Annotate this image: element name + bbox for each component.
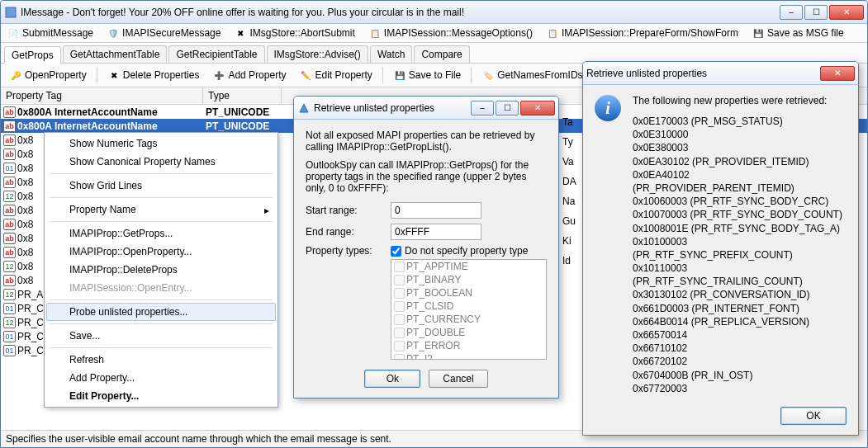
tab-getrecipienttable[interactable]: GetRecipientTable: [168, 45, 264, 63]
edit-icon: ✏️: [299, 68, 312, 82]
abort-icon: ✖: [234, 26, 247, 40]
type-ab-icon: ab: [3, 149, 16, 160]
abort-submit-button[interactable]: ✖IMsgStore::AbortSubmit: [231, 26, 357, 40]
start-range-label: Start range:: [306, 205, 384, 216]
result-line: 0x6704000B (PR_IN_OST): [633, 369, 847, 382]
property-types-listbox[interactable]: PT_APPTIMEPT_BINARYPT_BOOLEANPT_CLSIDPT_…: [391, 259, 547, 360]
openproperty-button[interactable]: 🔑OpenProperty: [4, 66, 92, 84]
type-ab-icon: ab: [3, 219, 16, 230]
dialog1-cancel-button[interactable]: Cancel: [429, 370, 487, 388]
menu-getprops[interactable]: IMAPIProp::GetProps...: [46, 224, 276, 243]
menu-deleteprops[interactable]: IMAPIProp::DeleteProps: [46, 261, 276, 279]
minimize-button[interactable]: –: [780, 5, 803, 20]
property-type-checkbox: [394, 301, 405, 312]
property-type-item[interactable]: PT_APPTIME: [391, 260, 546, 273]
menu-show-numeric-tags[interactable]: Show Numeric Tags: [46, 134, 276, 153]
doc-icon: 📄: [7, 26, 20, 40]
message-options-button[interactable]: 📋IMAPISession::MessageOptions(): [366, 26, 535, 40]
clipped-label: Ty: [562, 136, 576, 148]
property-type-checkbox: [394, 288, 405, 299]
menu-save[interactable]: Save...: [46, 327, 276, 345]
menu-show-canonical[interactable]: Show Canonical Property Names: [46, 153, 276, 171]
submenu-arrow-icon: ▸: [264, 205, 269, 216]
result-line: 0x30130102 (PR_CONVERSATION_ID): [633, 288, 847, 301]
dialog2-header: The following new properties were retrie…: [633, 95, 847, 106]
menu-probe-unlisted[interactable]: Probe unlisted properties...: [46, 303, 276, 321]
menu-openproperty[interactable]: IMAPIProp::OpenProperty...: [46, 243, 276, 261]
type-num-icon: 12: [3, 317, 16, 328]
svg-marker-1: [300, 104, 308, 112]
save-icon: 💾: [752, 26, 765, 40]
tag-icon: 🏷️: [481, 68, 495, 82]
addproperty-button[interactable]: ➕Add Property: [207, 66, 291, 84]
editproperty-button[interactable]: ✏️Edit Property: [294, 66, 377, 84]
do-not-specify-label: Do not specify property type: [405, 245, 528, 257]
tab-compare[interactable]: Compare: [414, 45, 469, 63]
do-not-specify-checkbox[interactable]: [391, 246, 401, 257]
property-type-item[interactable]: PT_CURRENCY: [391, 313, 546, 326]
property-type-item[interactable]: PT_ERROR: [391, 339, 546, 352]
dialog1-title: Retrieve unlisted properties: [314, 102, 471, 114]
savetofile-button[interactable]: 💾Save to File: [388, 66, 466, 84]
result-line: 0x67720003: [633, 382, 847, 395]
options-icon: 📋: [368, 26, 382, 40]
type-ab-icon: ab: [3, 177, 16, 188]
type-num-icon: 12: [3, 191, 16, 202]
tab-getattachmenttable[interactable]: GetAttachmentTable: [63, 45, 168, 63]
result-line: 0x1008001E (PR_RTF_SYNC_BODY_TAG_A): [633, 222, 847, 235]
imapisecure-button[interactable]: 🛡️IMAPISecureMessage: [104, 26, 223, 40]
start-range-input[interactable]: [391, 202, 481, 219]
menu-property-name[interactable]: Property Name▸: [46, 200, 276, 219]
property-type-item[interactable]: PT_CLSID: [391, 299, 546, 313]
menu-refresh[interactable]: Refresh: [46, 351, 276, 369]
menu-edit-property[interactable]: Edit Property...: [46, 387, 276, 405]
dialog1-close-button[interactable]: ✕: [520, 101, 555, 116]
dialog2-ok-button[interactable]: OK: [780, 407, 847, 425]
menu-add-property[interactable]: Add Property...: [46, 369, 276, 387]
maximize-button[interactable]: ☐: [804, 5, 828, 20]
getnamesfromids-button[interactable]: 🏷️GetNamesFromIDs(): [477, 66, 594, 84]
property-type-item[interactable]: PT_DOUBLE: [391, 326, 546, 339]
type-num-icon: 12: [3, 261, 16, 272]
info-icon: i: [595, 95, 621, 121]
clipped-label: Ta: [562, 116, 576, 128]
dialog1-minimize-button[interactable]: –: [471, 101, 494, 116]
column-property-tag[interactable]: Property Tag: [1, 87, 203, 104]
type-ab-icon: ab: [3, 275, 16, 286]
end-range-input[interactable]: [391, 224, 481, 240]
property-type-item[interactable]: PT_BINARY: [391, 273, 546, 286]
submitmessage-button[interactable]: 📄SubmitMessage: [4, 26, 96, 40]
result-line: 0x0EA30102 (PR_PROVIDER_ITEMID): [633, 155, 847, 168]
result-line: 0x66720102: [633, 355, 847, 368]
menu-openentry: IMAPISession::OpenEntry...: [46, 279, 276, 297]
property-type-item[interactable]: PT_BOOLEAN: [391, 286, 546, 299]
menu-show-gridlines[interactable]: Show Grid Lines: [46, 177, 276, 195]
save-msg-button[interactable]: 💾Save as MSG file: [749, 26, 847, 40]
prepareform-button[interactable]: 📋IMAPISession::PrepareForm/ShowForm: [543, 26, 741, 40]
property-type-checkbox: [394, 354, 405, 361]
property-type-checkbox: [394, 262, 405, 272]
clipped-label: Na: [562, 196, 576, 207]
property-type-checkbox: [394, 314, 405, 325]
deleteproperties-button[interactable]: ✖Delete Properties: [102, 66, 205, 84]
dialog2-titlebar: Retrieve unlisted properties ✕: [583, 62, 858, 85]
property-type-item[interactable]: PT_I2: [391, 352, 546, 360]
dialog-icon: [297, 101, 311, 115]
shield-icon: 🛡️: [107, 26, 120, 40]
type-bin-icon: 01: [3, 163, 16, 174]
clipped-label: Id: [562, 255, 576, 266]
column-type[interactable]: Type: [203, 87, 282, 104]
type-num-icon: 12: [3, 289, 16, 300]
close-button[interactable]: ✕: [829, 5, 864, 20]
tab-advise[interactable]: IMsgStore::Advise(): [267, 45, 368, 63]
dialog1-ok-button[interactable]: Ok: [364, 370, 420, 388]
type-bin-icon: 01: [3, 345, 16, 356]
tab-watch[interactable]: Watch: [370, 45, 413, 63]
type-ab-icon: ab: [3, 106, 16, 118]
result-line: 0x66570014: [633, 328, 847, 342]
dialog1-maximize-button[interactable]: ☐: [496, 101, 519, 116]
open-icon: 🔑: [9, 68, 22, 82]
dialog2-close-button[interactable]: ✕: [820, 66, 855, 81]
result-line: 0x0E380003: [633, 141, 847, 154]
tab-getprops[interactable]: GetProps: [4, 46, 61, 64]
